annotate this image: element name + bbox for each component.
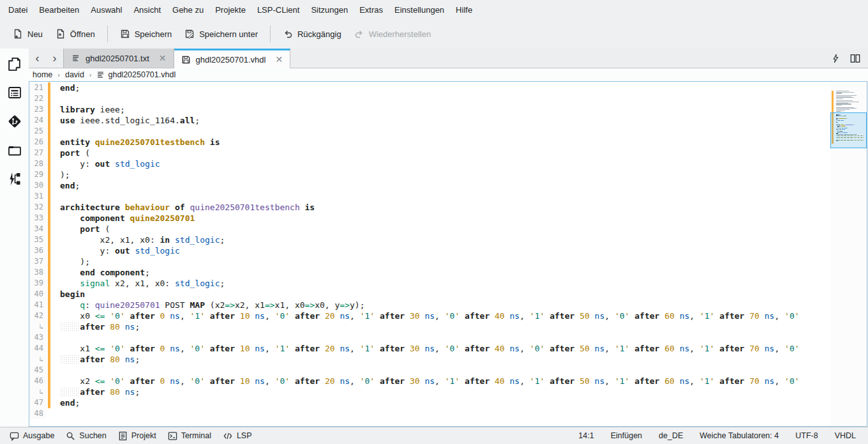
pin-tab-icon[interactable] — [832, 54, 840, 63]
menu-item-bearbeiten[interactable]: Bearbeiten — [33, 2, 85, 18]
symbol-list-icon[interactable] — [6, 84, 23, 101]
code-line[interactable]: 32architecture behaviour of quine2025070… — [29, 202, 830, 213]
code-token — [544, 344, 550, 353]
code-line[interactable]: 48 — [29, 408, 830, 419]
menu-item-hilfe[interactable]: Hilfe — [450, 2, 478, 18]
code-token: ' — [200, 344, 205, 353]
code-line[interactable]: 47end; — [29, 397, 830, 408]
code-line[interactable]: 43 — [29, 332, 830, 343]
code-token — [170, 235, 175, 245]
menu-item-einstellungen[interactable]: Einstellungen — [389, 2, 450, 18]
code-line[interactable]: 46 x2 <= '0' after 0 ns, '0' after 10 ns… — [29, 376, 830, 387]
menu-item-lsp-client[interactable]: LSP-CLient — [251, 2, 305, 18]
code-line[interactable]: 39 signal x2, x1, x0: std_logic; — [29, 278, 830, 289]
code-token: ' — [700, 311, 705, 321]
code-line[interactable]: 30end; — [29, 180, 830, 191]
line-number: 32 — [29, 202, 47, 213]
split-view-icon[interactable] — [850, 54, 860, 63]
code-token: 40 — [495, 311, 505, 321]
lsp-button[interactable]: LSP — [217, 429, 258, 443]
code-line[interactable]: 31 — [29, 191, 830, 202]
code-line[interactable]: 26entity quine20250701testbench is — [29, 137, 830, 148]
code-token: x0, y — [315, 300, 340, 310]
tab-vhdl-label: ghdl20250701.vhdl — [196, 55, 266, 65]
encoding[interactable]: UTF-8 — [787, 431, 826, 440]
code-line[interactable]: 28 y: out std_logic — [29, 158, 830, 169]
code-line[interactable]: ↳ after 80 ns; — [29, 354, 830, 365]
terminal-button[interactable]: Terminal — [162, 429, 217, 443]
code-line[interactable]: ↳ after 80 ns; — [29, 321, 830, 332]
code-line[interactable]: 29); — [29, 169, 830, 180]
tab-back-button[interactable]: ‹ — [29, 49, 46, 68]
terminal-icon — [168, 431, 177, 441]
line-number: 44 — [29, 343, 47, 354]
tab-txt[interactable]: ghdl20250701.txt✕ — [63, 49, 174, 68]
open-button[interactable]: Öffnen — [49, 24, 101, 43]
code-line[interactable]: 35 x2, x1, x0: in std_logic; — [29, 234, 830, 245]
menu-item-projekte[interactable]: Projekte — [209, 2, 251, 18]
tab-txt-close-icon[interactable]: ✕ — [159, 54, 167, 63]
code-line[interactable]: 22 — [29, 93, 830, 104]
save-button[interactable]: Speichern — [114, 24, 179, 43]
code-token: ' — [120, 376, 125, 386]
cursor-position[interactable]: 14:1 — [570, 431, 602, 440]
menu-item-auswahl[interactable]: Auswahl — [85, 2, 128, 18]
code-line[interactable]: 36 y: out std_logic — [29, 245, 830, 256]
save-as-button[interactable]: Speichern unter — [178, 24, 264, 43]
menu-item-sitzungen[interactable]: Sitzungen — [305, 2, 354, 18]
undo-arrow-icon — [283, 29, 293, 39]
minimap-viewport[interactable] — [830, 112, 867, 148]
tab-forward-button[interactable]: › — [46, 49, 63, 68]
code-line[interactable]: 23library ieee; — [29, 104, 830, 115]
code-token — [205, 137, 210, 147]
code-line[interactable]: 33 component quine20250701 — [29, 213, 830, 224]
breadcrumb-segment-david[interactable]: david — [64, 70, 86, 79]
code-line[interactable]: 41 q: quine20250701 POST MAP (x2=>x2, x1… — [29, 300, 830, 310]
breadcrumb-file[interactable]: ghdl20250701.vhdl — [96, 70, 176, 79]
code-rows[interactable]: 21end;2223library ieee;24use ieee.std_lo… — [29, 82, 830, 426]
line-number: 39 — [29, 278, 47, 289]
code-token: ( — [100, 224, 110, 234]
tab-vhdl-close-icon[interactable]: ✕ — [275, 55, 283, 64]
lsp-symbols-icon[interactable] — [6, 171, 23, 187]
tab-vhdl[interactable]: ghdl20250701.vhdl✕ — [174, 49, 291, 68]
code-line[interactable]: 38 end component; — [29, 267, 830, 278]
code-line[interactable]: ↳ after 80 ns; — [29, 387, 830, 397]
project-button[interactable]: Projekt — [112, 429, 162, 443]
code-token — [590, 376, 595, 386]
minimap-scrollbar[interactable] — [830, 82, 867, 426]
code-line[interactable]: 24use ieee.std_logic_1164.all; — [29, 115, 830, 126]
code-token — [235, 344, 240, 353]
code-line[interactable]: 25 — [29, 126, 830, 137]
code-line[interactable]: 27port ( — [29, 148, 830, 158]
code-token — [490, 311, 495, 321]
code-token: ' — [370, 376, 375, 386]
undo-button[interactable]: Rückgängig — [276, 24, 348, 43]
document-new-icon — [13, 29, 23, 39]
menu-item-extras[interactable]: Extras — [354, 2, 389, 18]
code-line[interactable]: 37 ); — [29, 256, 830, 267]
insert-mode[interactable]: Einfügen — [602, 431, 650, 440]
code-line[interactable]: 40begin — [29, 289, 830, 300]
syntax-mode[interactable]: VHDL — [827, 431, 864, 440]
search-button[interactable]: Suchen — [60, 429, 112, 443]
code-line[interactable]: 21end; — [29, 82, 830, 93]
menu-item-ansicht[interactable]: Ansicht — [128, 2, 167, 18]
code-line[interactable]: 44 x1 <= '0' after 0 ns, '0' after 10 ns… — [29, 343, 830, 354]
new-button[interactable]: Neu — [6, 24, 49, 43]
line-number: 22 — [29, 93, 47, 104]
code-line[interactable]: 45 — [29, 365, 830, 376]
tab-settings[interactable]: Weiche Tabulatoren: 4 — [691, 431, 787, 440]
code-token: ' — [795, 311, 800, 321]
redo-button[interactable]: Wiederherstellen — [348, 24, 438, 43]
filesystem-icon[interactable] — [6, 142, 23, 158]
dictionary[interactable]: de_DE — [650, 431, 691, 440]
code-line[interactable]: 34 port ( — [29, 224, 830, 234]
documents-icon[interactable] — [6, 56, 23, 72]
code-line[interactable]: 42 x0 <= '0' after 0 ns, '1' after 10 ns… — [29, 310, 830, 321]
menu-item-datei[interactable]: Datei — [3, 2, 33, 18]
output-button[interactable]: Ausgabe — [4, 429, 60, 443]
breadcrumb-segment-home[interactable]: home — [31, 70, 54, 79]
git-icon[interactable] — [6, 113, 23, 130]
menu-item-gehe-zu[interactable]: Gehe zu — [167, 2, 209, 18]
